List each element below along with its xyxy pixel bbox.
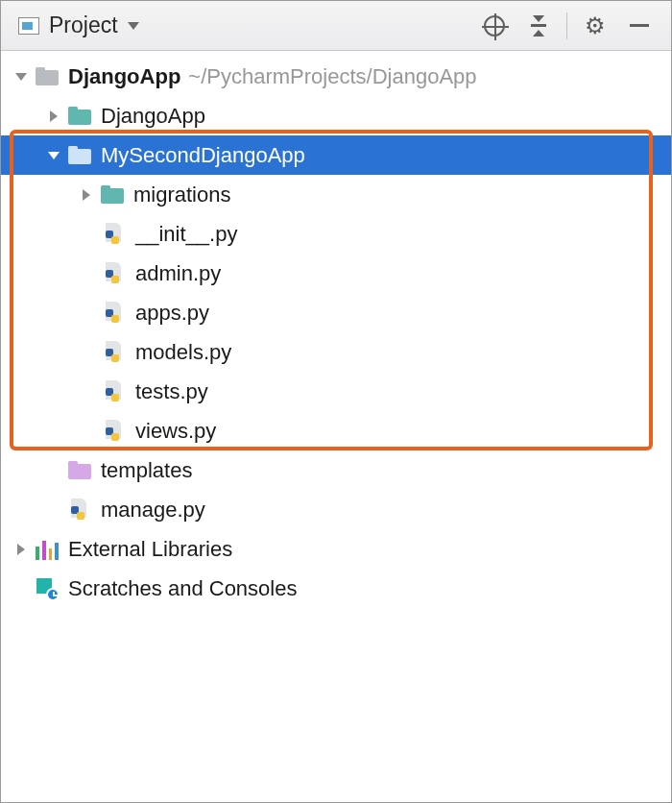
python-file-icon	[68, 499, 91, 521]
node-label: tests.py	[135, 379, 208, 404]
collapse-icon	[528, 15, 549, 36]
tree-file-apps[interactable]: apps.py	[1, 293, 671, 332]
hide-button[interactable]	[625, 12, 654, 40]
node-label: DjangoApp	[101, 104, 205, 129]
node-label: templates	[101, 458, 192, 483]
node-label: views.py	[135, 419, 216, 444]
tree-node-migrations[interactable]: migrations	[1, 175, 671, 214]
tree-file-tests[interactable]: tests.py	[1, 372, 671, 411]
node-label: Scratches and Consoles	[68, 576, 297, 601]
collapse-all-button[interactable]	[524, 12, 553, 40]
scratches-icon	[36, 578, 59, 599]
expand-arrow-icon[interactable]	[14, 543, 28, 556]
settings-button[interactable]: ⚙	[581, 12, 610, 40]
locate-button[interactable]	[480, 12, 509, 40]
node-label: DjangoApp	[68, 64, 180, 89]
node-label: admin.py	[135, 261, 221, 286]
folder-icon	[101, 184, 124, 206]
node-label: models.py	[135, 340, 231, 365]
node-label: manage.py	[101, 498, 205, 523]
gear-icon: ⚙	[585, 14, 606, 37]
python-file-icon	[103, 342, 126, 363]
node-path: ~/PycharmProjects/DjangoApp	[188, 64, 476, 89]
python-file-icon	[103, 303, 126, 324]
python-file-icon	[103, 263, 126, 284]
folder-icon	[68, 460, 91, 481]
python-file-icon	[103, 381, 126, 402]
tree-file-manage[interactable]: manage.py	[1, 490, 671, 529]
tree-file-admin[interactable]: admin.py	[1, 254, 671, 293]
python-file-icon	[103, 421, 126, 442]
tree-node-djangoapp[interactable]: DjangoApp	[1, 96, 671, 135]
project-icon	[18, 17, 39, 35]
node-label: __init__.py	[135, 222, 237, 247]
node-label: migrations	[133, 182, 230, 207]
tree-file-models[interactable]: models.py	[1, 332, 671, 372]
node-label: apps.py	[135, 301, 209, 326]
libraries-icon	[36, 539, 59, 560]
project-tree: DjangoApp ~/PycharmProjects/DjangoApp Dj…	[1, 51, 671, 608]
svg-rect-1	[36, 67, 45, 73]
tree-file-init[interactable]: __init__.py	[1, 214, 671, 254]
tree-node-templates[interactable]: templates	[1, 450, 671, 490]
expand-arrow-icon[interactable]	[47, 110, 60, 123]
tree-file-views[interactable]: views.py	[1, 411, 671, 450]
node-label: External Libraries	[68, 537, 232, 562]
node-label: MySecondDjangoApp	[101, 143, 305, 168]
tree-node-mysecond[interactable]: MySecondDjangoApp	[1, 135, 671, 175]
svg-rect-9	[68, 461, 78, 467]
separator	[566, 12, 567, 39]
minimize-icon	[630, 24, 649, 27]
tree-root[interactable]: DjangoApp ~/PycharmProjects/DjangoApp	[1, 57, 671, 96]
svg-rect-7	[101, 185, 110, 191]
python-file-icon	[103, 224, 126, 245]
folder-icon	[68, 145, 91, 166]
tree-node-scratches[interactable]: Scratches and Consoles	[1, 569, 671, 608]
project-label: Project	[49, 12, 118, 38]
chevron-down-icon	[128, 22, 139, 30]
expand-arrow-icon[interactable]	[14, 70, 28, 84]
target-icon	[484, 15, 505, 36]
project-view-selector[interactable]: Project	[11, 10, 147, 41]
folder-icon	[68, 106, 91, 127]
tree-node-external-libraries[interactable]: External Libraries	[1, 529, 671, 569]
folder-icon	[36, 66, 59, 87]
project-toolbar: Project ⚙	[1, 1, 671, 51]
svg-rect-5	[68, 146, 78, 152]
expand-arrow-icon[interactable]	[47, 149, 60, 162]
svg-rect-3	[68, 107, 78, 112]
expand-arrow-icon[interactable]	[80, 188, 93, 202]
